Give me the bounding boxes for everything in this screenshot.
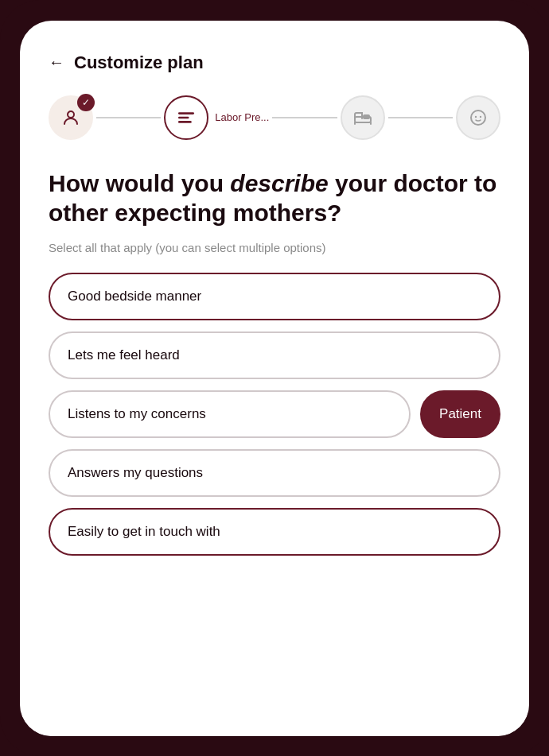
page-title: Customize plan — [74, 52, 204, 73]
option-answers[interactable]: Answers my questions — [49, 449, 500, 497]
list-icon — [176, 107, 197, 128]
step-bed — [341, 95, 385, 140]
question-title-italic: describe — [230, 170, 328, 196]
question-section: How would you describe your doctor to ot… — [49, 169, 500, 258]
option-patient[interactable]: Patient — [420, 390, 500, 438]
person-icon — [61, 108, 80, 127]
step-connector-2 — [272, 117, 337, 118]
option-heard[interactable]: Lets me feel heard — [49, 331, 500, 379]
option-row-3: Listens to my concerns Patient — [49, 390, 500, 438]
question-title: How would you describe your doctor to ot… — [49, 169, 500, 228]
step-connector-1 — [96, 117, 161, 118]
step-baby — [456, 95, 500, 140]
step-list-group: Labor Pre... — [164, 95, 269, 140]
step-list-label: Labor Pre... — [215, 111, 269, 123]
option-row-1: Good bedside manner — [49, 273, 500, 320]
option-touch[interactable]: Easily to get in touch with — [49, 508, 500, 556]
svg-point-0 — [68, 111, 74, 118]
check-icon: ✓ — [77, 94, 95, 111]
step-list — [164, 95, 208, 140]
question-title-start: How would you — [49, 170, 230, 196]
question-subtitle: Select all that apply (you can select mu… — [49, 239, 500, 258]
option-bedside[interactable]: Good bedside manner — [49, 273, 500, 320]
step-connector-3 — [388, 117, 453, 118]
svg-point-7 — [475, 115, 477, 117]
phone-screen: ← Customize plan ✓ — [20, 21, 529, 736]
screen-content: ← Customize plan ✓ — [20, 21, 529, 736]
bed-icon — [353, 108, 372, 127]
option-row-2: Lets me feel heard — [49, 331, 500, 379]
phone-frame: ← Customize plan ✓ — [0, 0, 549, 756]
option-row-4: Answers my questions — [49, 449, 500, 497]
baby-icon — [469, 108, 488, 127]
step-person: ✓ — [49, 95, 93, 140]
back-button[interactable]: ← — [49, 53, 64, 72]
bottom-fade — [20, 673, 529, 736]
option-row-5: Easily to get in touch with — [49, 508, 500, 556]
svg-point-6 — [471, 110, 485, 125]
svg-point-8 — [480, 115, 481, 117]
options-section: Good bedside manner Lets me feel heard L… — [49, 273, 500, 717]
option-concerns[interactable]: Listens to my concerns — [49, 390, 411, 438]
progress-steps: ✓ Labor Pre... — [49, 95, 500, 140]
header: ← Customize plan — [49, 52, 500, 73]
